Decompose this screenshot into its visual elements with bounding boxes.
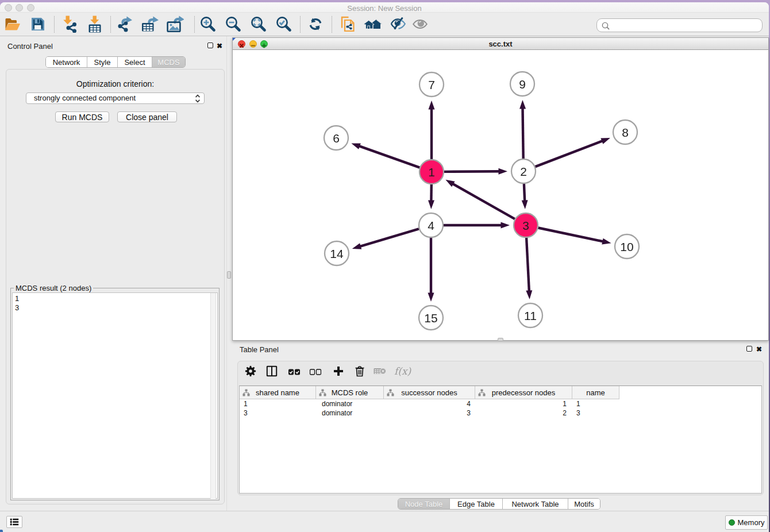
tab-mcds[interactable]: MCDS [152,57,185,67]
table-settings-icon[interactable] [245,366,256,379]
table-cell: 3 [572,408,619,418]
network-view-frame: scc.txt 1234678910111415 [232,37,769,341]
export-image-icon[interactable] [167,16,184,35]
toolbar-separator [332,16,332,33]
table-cell: 3 [384,408,475,418]
svg-text:1: 1 [428,165,435,179]
column-header-shared-name[interactable]: shared name [240,386,316,399]
table-row[interactable]: 1dominator411 [240,399,761,408]
tab-style[interactable]: Style [87,57,118,67]
svg-text:11: 11 [524,309,537,322]
select-arrows-icon [195,94,201,103]
horizontal-splitter-handle[interactable] [498,338,503,341]
hide-eye-icon[interactable] [391,17,406,33]
tab-node-table[interactable]: Node Table [398,499,450,509]
optimization-criterion-label: Optimization criterion: [6,79,224,88]
table-panel-tabs: Node TableEdge TableNetwork TableMotifs [398,498,600,510]
svg-text:9: 9 [519,78,526,91]
column-header-label: predecessor nodes [492,388,556,397]
toolbar-separator [194,16,195,33]
svg-text:8: 8 [622,126,629,139]
import-table-icon[interactable] [88,16,102,35]
search-input[interactable] [596,18,763,32]
column-header-label: MCDS role [332,388,368,397]
tab-network[interactable]: Network [46,57,87,67]
node-table: shared name MCDS role successor nodes pr… [239,385,762,494]
vertical-splitter-handle[interactable] [227,271,231,279]
tab-select[interactable]: Select [118,57,152,67]
table-cell: 4 [384,399,475,408]
table-cell: 1 [475,399,572,408]
save-session-icon[interactable] [31,17,45,33]
toolbar-separator [110,16,111,33]
delete-row-icon[interactable] [355,365,365,379]
column-header-name[interactable]: name [572,386,619,399]
function-builder-icon: f(x) [394,365,413,380]
open-file-icon[interactable] [5,17,21,33]
svg-text:15: 15 [424,311,437,325]
table-cell: dominator [316,399,384,408]
control-panel-tabs: NetworkStyleSelectMCDS [45,56,186,68]
search-icon [601,21,610,30]
task-history-button[interactable] [6,516,22,528]
svg-text:10: 10 [620,240,633,253]
column-header-MCDS-role[interactable]: MCDS role [316,386,384,399]
memory-button[interactable]: Memory [725,515,768,530]
select-all-checkboxes-icon[interactable] [288,367,301,377]
table-panel-float-icon[interactable] [746,346,752,352]
svg-text:f(x): f(x) [394,365,412,377]
table-cell: dominator [316,408,384,418]
svg-text:4: 4 [428,219,434,232]
network-graph: 1234678910111415 [233,50,768,340]
mcds-result-groupbox: MCDS result (2 nodes) 1 3 [10,288,220,500]
export-network-icon[interactable] [117,16,133,35]
duplicate-network-icon[interactable] [340,16,355,34]
mcds-panel: Optimization criterion: strongly connect… [6,69,225,504]
network-frame-titlebar[interactable]: scc.txt [233,38,768,50]
optimization-criterion-value: strongly connected component [34,94,136,102]
mcds-result-scrollbar[interactable] [210,293,216,499]
mcds-result-title: MCDS result (2 nodes) [14,284,93,292]
zoom-out-icon[interactable] [225,16,242,34]
add-row-icon[interactable] [333,366,344,379]
refresh-icon[interactable] [309,18,322,33]
zoom-selected-icon[interactable] [276,16,292,34]
control-panel-title: Control Panel [7,42,53,51]
close-panel-button[interactable]: Close panel [117,111,177,122]
import-network-icon[interactable] [62,16,77,35]
column-header-predecessor-nodes[interactable]: predecessor nodes [475,386,572,399]
tab-edge-table[interactable]: Edge Table [450,499,503,509]
table-cell: 1 [572,399,619,408]
split-columns-icon[interactable] [267,366,278,379]
home-legacy-icon[interactable] [364,19,382,31]
mcds-result-text[interactable]: 1 3 [12,292,218,499]
zoom-fit-icon[interactable] [251,16,267,34]
column-header-label: name [586,388,605,397]
task-list-icon [10,518,19,526]
memory-status-icon [729,519,735,526]
table-cell: 1 [240,399,316,408]
export-table-icon[interactable] [141,16,159,35]
svg-text:14: 14 [330,247,344,260]
network-canvas[interactable]: 1234678910111415 [233,50,768,340]
titlebar: Session: New Session [0,2,769,13]
window-title: Session: New Session [0,4,769,13]
zoom-in-icon[interactable] [200,16,217,34]
clear-checkboxes-icon[interactable] [310,367,322,377]
show-eye-icon[interactable] [413,20,428,31]
control-panel-close-icon[interactable]: ✖ [217,43,222,49]
svg-text:7: 7 [428,78,435,91]
run-mcds-button[interactable]: Run MCDS [55,111,109,122]
column-header-successor-nodes[interactable]: successor nodes [384,386,475,399]
tab-network-table[interactable]: Network Table [503,499,568,509]
table-panel-title: Table Panel [240,345,279,354]
corner-artifact [0,530,3,532]
tab-motifs[interactable]: Motifs [568,499,600,509]
control-panel-float-icon[interactable] [207,43,213,48]
optimization-criterion-select[interactable]: strongly connected component [26,92,205,104]
column-header-label: shared name [256,388,299,397]
table-cell: 3 [240,408,316,418]
table-row[interactable]: 3dominator323 [240,408,761,418]
table-panel-close-icon[interactable]: ✖ [756,346,762,352]
network-frame-title: scc.txt [233,40,768,48]
